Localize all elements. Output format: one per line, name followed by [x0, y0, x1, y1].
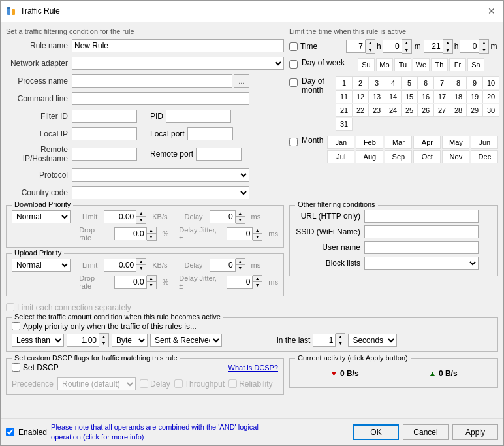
remote-ip-input[interactable] — [72, 148, 137, 161]
dom-5[interactable]: 5 — [401, 76, 418, 89]
user-name-input[interactable] — [364, 241, 479, 254]
throughput-checkbox[interactable] — [174, 379, 183, 388]
dom-14[interactable]: 14 — [385, 90, 402, 103]
local-ip-input[interactable] — [72, 127, 137, 140]
day-th[interactable]: Th — [431, 58, 448, 71]
ul-droprate-spinbtn[interactable]: ▲▼ — [147, 275, 157, 289]
dl-jitter-spinbtn[interactable]: ▲▼ — [253, 227, 262, 241]
month-checkbox[interactable] — [289, 138, 298, 146]
dom-29[interactable]: 29 — [466, 104, 483, 117]
upload-priority-select[interactable]: Normal — [12, 259, 71, 272]
browse-button[interactable]: ... — [234, 74, 249, 88]
time-min-input[interactable] — [383, 40, 402, 53]
traffic-value-spinbtn[interactable]: ▲▼ — [99, 333, 109, 347]
footer-note[interactable]: Please note that all operands are combin… — [51, 422, 286, 441]
dom-25[interactable]: 25 — [401, 104, 418, 117]
limit-connection-checkbox[interactable] — [6, 303, 14, 311]
download-priority-select[interactable]: Normal — [12, 210, 71, 223]
dom-30[interactable]: 30 — [482, 104, 499, 117]
traffic-value-input[interactable] — [67, 334, 99, 347]
dom-10[interactable]: 10 — [482, 76, 499, 89]
ul-jitter-input[interactable] — [227, 276, 253, 289]
time-min-spinbtn[interactable]: ▲▼ — [402, 39, 412, 54]
block-lists-select[interactable] — [364, 257, 479, 270]
apply-button[interactable]: Apply — [452, 424, 498, 440]
in-last-spinbtn[interactable]: ▲▼ — [336, 333, 345, 347]
dom-16[interactable]: 16 — [417, 90, 434, 103]
apply-priority-checkbox[interactable] — [12, 322, 20, 330]
dom-6[interactable]: 6 — [417, 76, 434, 89]
dom-19[interactable]: 19 — [466, 90, 483, 103]
dom-3[interactable]: 3 — [368, 76, 385, 89]
dom-9[interactable]: 9 — [466, 76, 483, 89]
ul-limit-input[interactable] — [104, 259, 136, 272]
traffic-unit-select[interactable]: Byte — [112, 334, 148, 347]
ul-limit-spinbtn[interactable]: ▲▼ — [136, 258, 146, 272]
dom-31[interactable]: 31 — [336, 118, 353, 131]
dom-7[interactable]: 7 — [433, 76, 450, 89]
dom-20[interactable]: 20 — [482, 90, 499, 103]
dl-delay-input[interactable] — [210, 210, 236, 223]
ul-delay-input[interactable] — [210, 259, 236, 272]
less-than-select[interactable]: Less than — [12, 334, 64, 347]
dom-23[interactable]: 23 — [368, 104, 385, 117]
month-jun[interactable]: Jun — [471, 136, 498, 149]
set-dscp-checkbox[interactable] — [12, 363, 20, 372]
reliability-checkbox[interactable] — [228, 379, 237, 388]
dom-1[interactable]: 1 — [336, 76, 353, 89]
day-tu[interactable]: Tu — [394, 58, 411, 71]
ssid-input[interactable] — [364, 225, 479, 238]
dl-droprate-spinbtn[interactable]: ▲▼ — [147, 227, 157, 241]
dl-droprate-input[interactable] — [114, 227, 147, 240]
dom-18[interactable]: 18 — [450, 90, 467, 103]
traffic-direction-select[interactable]: Sent & Received — [150, 334, 222, 347]
network-adapter-select[interactable] — [72, 57, 284, 70]
time-hour-input[interactable] — [346, 40, 366, 53]
dom-26[interactable]: 26 — [417, 104, 434, 117]
day-we[interactable]: We — [413, 58, 430, 71]
in-last-input[interactable] — [313, 334, 336, 347]
url-input[interactable] — [364, 210, 479, 223]
month-oct[interactable]: Oct — [413, 150, 441, 163]
country-code-select[interactable] — [72, 186, 249, 199]
ul-delay-spinbtn[interactable]: ▲▼ — [236, 258, 245, 272]
time-min2-input[interactable] — [460, 40, 479, 53]
day-fr[interactable]: Fr — [449, 58, 466, 71]
dom-2[interactable]: 2 — [352, 76, 369, 89]
month-aug[interactable]: Aug — [356, 150, 383, 163]
dom-4[interactable]: 4 — [385, 76, 402, 89]
rule-name-input[interactable] — [72, 39, 284, 52]
process-name-input[interactable] — [72, 74, 232, 88]
ok-button[interactable]: OK — [353, 424, 399, 440]
cancel-button[interactable]: Cancel — [403, 424, 449, 440]
time-hour2-spinbtn[interactable]: ▲▼ — [443, 39, 453, 54]
local-port-input[interactable] — [187, 127, 233, 140]
protocol-select[interactable] — [72, 168, 249, 182]
day-of-month-checkbox[interactable] — [289, 78, 298, 87]
dom-11[interactable]: 11 — [336, 90, 353, 103]
enabled-checkbox[interactable] — [6, 428, 14, 436]
dl-delay-spinbtn[interactable]: ▲▼ — [236, 210, 245, 224]
time-unit-select[interactable]: Seconds — [348, 334, 397, 347]
dom-17[interactable]: 17 — [433, 90, 450, 103]
dl-jitter-input[interactable] — [227, 227, 253, 240]
month-may[interactable]: May — [442, 136, 469, 149]
time-hour-spinbtn[interactable]: ▲▼ — [366, 39, 375, 54]
month-dec[interactable]: Dec — [471, 150, 498, 163]
delay-checkbox[interactable] — [140, 379, 148, 388]
month-mar[interactable]: Mar — [385, 136, 412, 149]
remote-port-input[interactable] — [196, 148, 242, 161]
ul-jitter-spinbtn[interactable]: ▲▼ — [253, 275, 262, 289]
command-line-input[interactable] — [72, 92, 249, 105]
day-sa[interactable]: Sa — [467, 58, 484, 71]
what-is-dscp-link[interactable]: What is DCSP? — [228, 364, 278, 372]
day-mo[interactable]: Mo — [376, 58, 393, 71]
pid-input[interactable] — [166, 110, 231, 123]
ul-droprate-input[interactable] — [114, 276, 147, 289]
dl-limit-input[interactable] — [104, 210, 136, 223]
day-of-week-checkbox[interactable] — [289, 60, 298, 69]
day-su[interactable]: Su — [358, 58, 375, 71]
month-feb[interactable]: Feb — [356, 136, 383, 149]
close-button[interactable]: ✕ — [485, 5, 498, 18]
time-checkbox[interactable] — [289, 42, 298, 51]
